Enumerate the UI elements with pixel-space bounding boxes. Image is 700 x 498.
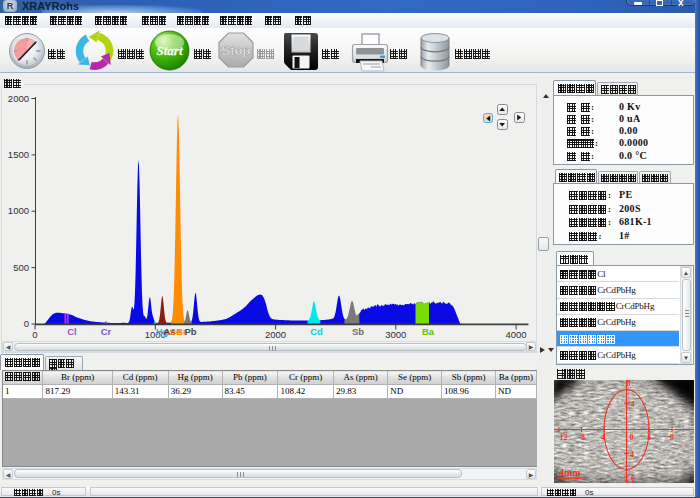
svg-text:Cd: Cd: [310, 326, 323, 337]
svg-text:1000: 1000: [8, 205, 29, 216]
svg-text:12: 12: [560, 433, 568, 442]
svg-text:2000: 2000: [265, 329, 286, 340]
svg-text:0: 0: [630, 433, 634, 442]
svg-text:4: 4: [601, 433, 605, 442]
svg-text:8: 8: [581, 433, 585, 442]
svg-text:2000: 2000: [8, 93, 29, 104]
svg-text:8: 8: [627, 380, 631, 388]
svg-text:4: 4: [647, 433, 651, 442]
svg-text:4: 4: [630, 450, 634, 459]
svg-text:8: 8: [670, 433, 674, 442]
svg-text:4mm: 4mm: [559, 467, 581, 478]
svg-text:Sb: Sb: [352, 326, 364, 337]
svg-text:Ba: Ba: [422, 326, 435, 337]
svg-text:500: 500: [13, 262, 29, 273]
svg-text:Cl: Cl: [67, 326, 77, 337]
svg-text:6: 6: [631, 474, 635, 483]
svg-text:4: 4: [631, 400, 635, 409]
svg-text:0: 0: [24, 318, 29, 329]
svg-text:3000: 3000: [385, 329, 406, 340]
svg-text:4000: 4000: [506, 329, 527, 340]
svg-text:Cr: Cr: [101, 326, 112, 337]
svg-text:1500: 1500: [8, 149, 29, 160]
svg-text:Pb: Pb: [184, 326, 196, 337]
svg-text:0: 0: [32, 329, 37, 340]
